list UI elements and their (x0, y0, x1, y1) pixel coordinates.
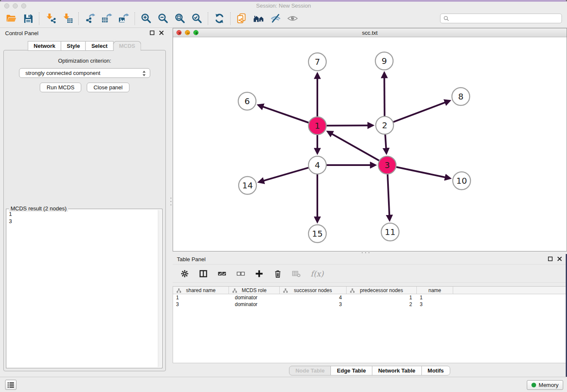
export-image-button[interactable] (115, 11, 132, 26)
toolbar-separator (39, 12, 39, 25)
optimization-criterion-select[interactable]: strongly connected component (19, 68, 150, 78)
graph-edge-4-14[interactable] (259, 168, 308, 182)
table-cell[interactable]: 1 (173, 294, 229, 301)
graph-node-3[interactable]: 3 (378, 156, 396, 174)
import-table-button[interactable] (59, 11, 76, 26)
task-history-button[interactable] (5, 380, 17, 390)
table-cell[interactable]: dominator (229, 301, 280, 308)
graph-node-14[interactable]: 14 (239, 177, 256, 194)
graph-node-15[interactable]: 15 (308, 225, 326, 243)
graph-node-10[interactable]: 10 (453, 172, 471, 190)
graph-node-8[interactable]: 8 (452, 88, 470, 105)
tab-network-table[interactable]: Network Table (372, 366, 422, 375)
home-button[interactable] (250, 11, 267, 26)
save-icon (22, 13, 34, 24)
delete-table-button-disabled[interactable] (292, 269, 301, 278)
deselect-all-button[interactable] (236, 269, 245, 278)
zoom-fit-button[interactable] (171, 11, 188, 26)
delete-table-icon (292, 269, 301, 278)
float-panel-icon[interactable] (150, 30, 154, 35)
network-canvas[interactable]: 7968124314101511 (173, 37, 566, 251)
tab-node-table[interactable]: Node Table (289, 366, 331, 375)
graph-edge-2-3[interactable] (385, 135, 386, 153)
table-row[interactable]: 1dominator411 (173, 294, 566, 301)
tab-edge-table[interactable]: Edge Table (330, 366, 372, 375)
table-cell[interactable]: 3 (417, 301, 453, 308)
table-cell[interactable]: dominator (229, 294, 280, 301)
result-scrollbar-track[interactable] (158, 210, 161, 367)
refresh-button[interactable] (211, 11, 228, 26)
column-header-successor-nodes[interactable]: successor nodes (280, 287, 347, 294)
table-cell[interactable]: 4 (280, 294, 347, 301)
eye-button-disabled[interactable] (284, 11, 301, 26)
tab-mcds[interactable]: MCDS (113, 41, 141, 51)
zoom-in-button[interactable] (138, 11, 154, 26)
network-view-window: scc.txt 7968124314101511 (173, 28, 567, 251)
network-window-titlebar[interactable]: scc.txt (173, 28, 567, 37)
graph-edge-2-8[interactable] (394, 101, 450, 122)
open-file-button[interactable] (3, 11, 19, 26)
graph-edge-3-1[interactable] (328, 132, 379, 160)
column-header-label: name (428, 287, 441, 293)
tab-motifs[interactable]: Motifs (421, 366, 450, 375)
window-title: Session: New Session (0, 3, 567, 9)
column-header-name[interactable]: name (417, 287, 453, 294)
import-network-button[interactable] (42, 11, 59, 26)
float-panel-icon[interactable] (548, 257, 553, 261)
graph-node-1[interactable]: 1 (308, 117, 326, 135)
table-cell[interactable]: 2 (347, 301, 417, 308)
close-panel-button[interactable]: Close panel (87, 83, 129, 92)
graph-node-11[interactable]: 11 (381, 223, 399, 241)
vertical-splitter-handle[interactable] (170, 196, 172, 207)
clone-network-icon (236, 13, 248, 24)
column-header-mcds-role[interactable]: MCDS role (229, 287, 280, 294)
function-builder-label[interactable]: f(x) (311, 269, 324, 278)
graph-edge-3-11[interactable] (388, 174, 390, 220)
close-panel-icon[interactable] (159, 30, 164, 35)
select-all-button[interactable] (217, 269, 226, 278)
graph-edge-1-2[interactable] (327, 125, 373, 126)
clone-network-button[interactable] (233, 11, 250, 26)
tab-style[interactable]: Style (61, 41, 86, 51)
tab-network[interactable]: Network (28, 41, 61, 51)
show-graphics-details-button[interactable] (267, 11, 284, 26)
table-settings-button[interactable] (180, 269, 189, 278)
run-mcds-button[interactable]: Run MCDS (40, 83, 81, 92)
close-panel-icon[interactable] (557, 257, 562, 261)
horizontal-splitter-handle[interactable] (361, 252, 372, 254)
control-panel-header: Control Panel (0, 28, 169, 39)
table-cell[interactable]: 1 (347, 294, 417, 301)
optimization-criterion-label: Optimization criterion: (4, 58, 165, 64)
delete-column-button[interactable] (273, 269, 282, 278)
search-input[interactable] (451, 15, 561, 22)
column-header-shared-name[interactable]: shared name (173, 287, 229, 294)
graph-node-4[interactable]: 4 (308, 156, 326, 174)
table-cell[interactable]: 3 (280, 301, 347, 308)
graph-node-6[interactable]: 6 (238, 92, 256, 110)
zoom-out-button[interactable] (154, 11, 171, 26)
graph-edge-3-10[interactable] (396, 167, 450, 179)
table-row[interactable]: 3dominator323 (173, 301, 566, 308)
column-header-predecessor-nodes[interactable]: predecessor nodes (347, 287, 417, 294)
table-cell[interactable]: 3 (173, 301, 229, 308)
graph-node-2[interactable]: 2 (376, 116, 394, 134)
node-label: 4 (315, 160, 320, 170)
graph-node-7[interactable]: 7 (308, 53, 326, 71)
search-box[interactable] (440, 14, 562, 23)
toolbar-separator (135, 12, 135, 25)
tab-select[interactable]: Select (85, 41, 113, 51)
graph-edge-1-6[interactable] (258, 105, 308, 123)
export-table-button[interactable] (98, 11, 115, 26)
control-panel: Control Panel NetworkStyleSelectMCDS Opt… (0, 28, 169, 377)
zoom-selected-button[interactable] (188, 11, 205, 26)
graph-node-9[interactable]: 9 (375, 52, 393, 70)
table-cell[interactable]: 1 (417, 294, 453, 301)
graph-edge-2-9[interactable] (384, 73, 385, 116)
memory-button[interactable]: Memory (527, 380, 563, 390)
save-session-button[interactable] (19, 11, 36, 26)
export-network-button[interactable] (81, 11, 98, 26)
add-column-button[interactable] (255, 269, 264, 278)
column-view-button[interactable] (199, 269, 208, 278)
node-label: 14 (242, 180, 253, 190)
select-chevrons-icon (142, 70, 146, 77)
